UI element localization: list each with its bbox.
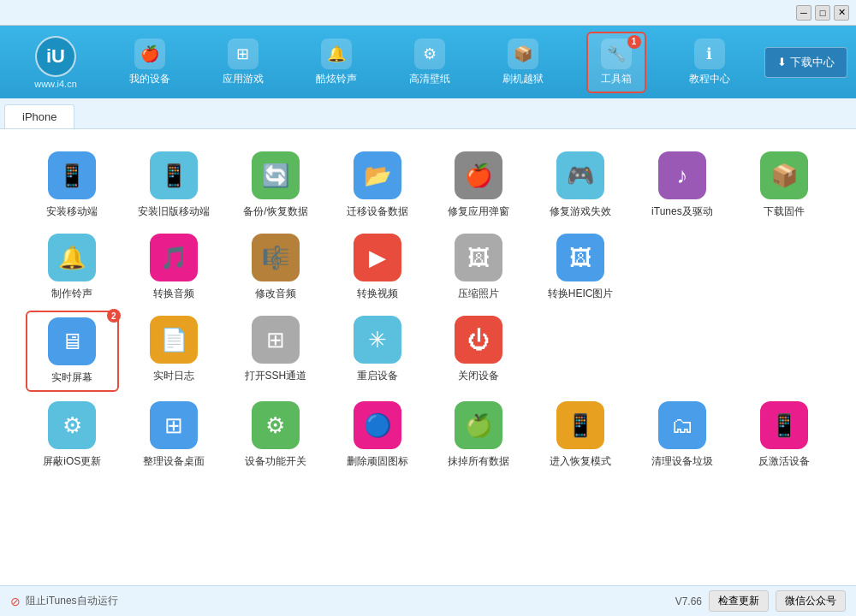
open-ssh-label: 打开SSH通道	[245, 369, 307, 383]
tool-compress-photo[interactable]: 🖼压缩照片	[432, 228, 526, 306]
wallpaper-nav-icon: ⚙	[414, 38, 445, 69]
modify-audio-label: 修改音频	[255, 287, 296, 301]
realtime-screen-label: 实时屏幕	[51, 370, 92, 385]
install-old-label: 安装旧版移动端	[138, 204, 210, 219]
deactivate-device-label: 反激活设备	[758, 454, 810, 469]
iphone-tab[interactable]: iPhone	[4, 104, 74, 128]
check-update-button[interactable]: 检查更新	[709, 590, 769, 612]
tool-shutdown-device[interactable]: ⏻关闭设备	[432, 311, 526, 392]
tool-migrate-data[interactable]: 📂迁移设备数据	[330, 146, 424, 224]
organize-desktop-icon: ⊞	[150, 401, 198, 449]
tool-delete-stubborn-icon[interactable]: 🔵删除顽固图标	[330, 396, 424, 474]
fix-app-crash-icon: 🍎	[455, 151, 502, 199]
backup-restore-label: 备份/恢复数据	[243, 204, 307, 219]
restart-device-icon: ✳	[354, 316, 401, 364]
make-ringtone-icon: 🔔	[48, 234, 96, 281]
realtime-log-icon: 📄	[150, 316, 198, 364]
nav-label-ringtone: 酷炫铃声	[316, 72, 357, 86]
nav-item-flash[interactable]: 📦刷机越狱	[493, 33, 553, 92]
tool-convert-audio[interactable]: 🎵转换音频	[128, 228, 221, 306]
realtime-log-label: 实时日志	[153, 369, 194, 383]
erase-all-data-icon: 🍏	[455, 401, 502, 449]
tool-organize-desktop[interactable]: ⊞整理设备桌面	[128, 396, 221, 474]
tools-row-3: 2🖥实时屏幕📄实时日志⊞打开SSH通道✳重启设备⏻关闭设备	[26, 311, 830, 392]
nav-items: 🍎我的设备⊞应用游戏🔔酷炫铃声⚙高清壁纸📦刷机越狱🔧工具箱1ℹ教程中心	[103, 32, 756, 93]
tool-deactivate-device[interactable]: 📱反激活设备	[737, 396, 830, 474]
tool-realtime-log[interactable]: 📄实时日志	[128, 311, 221, 392]
itunes-driver-label: iTunes及驱动	[651, 204, 713, 219]
logo-url: www.i4.cn	[34, 79, 77, 89]
make-ringtone-label: 制作铃声	[51, 287, 92, 301]
wechat-button[interactable]: 微信公众号	[776, 590, 846, 612]
app-game-nav-icon: ⊞	[228, 38, 259, 69]
tool-fix-app-crash[interactable]: 🍎修复应用弹窗	[432, 146, 526, 224]
tool-open-ssh[interactable]: ⊞打开SSH通道	[229, 311, 323, 392]
tool-restart-device[interactable]: ✳重启设备	[330, 311, 424, 392]
nav-item-app-game[interactable]: ⊞应用游戏	[213, 33, 273, 92]
tabbar: iPhone	[0, 98, 856, 129]
tool-erase-all-data[interactable]: 🍏抹掉所有数据	[432, 396, 526, 474]
nav-item-wallpaper[interactable]: ⚙高清壁纸	[400, 33, 460, 92]
tool-modify-audio[interactable]: 🎼修改音频	[229, 228, 323, 306]
ringtone-nav-icon: 🔔	[321, 38, 352, 69]
fix-app-crash-label: 修复应用弹窗	[448, 204, 509, 219]
convert-video-icon: ▶	[354, 234, 401, 281]
compress-photo-icon: 🖼	[455, 234, 502, 281]
maximize-button[interactable]: □	[815, 5, 830, 21]
itunes-driver-icon: ♪	[658, 151, 706, 199]
tool-fix-game[interactable]: 🎮修复游戏失效	[534, 146, 627, 224]
tool-itunes-driver[interactable]: ♪iTunes及驱动	[636, 146, 729, 224]
tool-badge-realtime-screen: 2	[107, 309, 121, 323]
tool-install-mobile[interactable]: 📱安装移动端	[26, 146, 119, 224]
tool-block-ios-update[interactable]: ⚙屏蔽iOS更新	[26, 396, 119, 474]
download-icon: ⬇	[777, 56, 787, 68]
compress-photo-label: 压缩照片	[458, 287, 499, 301]
restart-device-label: 重启设备	[357, 369, 398, 383]
logo-area: iU www.i4.cn	[9, 36, 103, 89]
tool-device-features[interactable]: ⚙设备功能开关	[229, 396, 323, 474]
shutdown-device-label: 关闭设备	[458, 369, 499, 383]
convert-heic-icon: 🖼	[556, 234, 604, 281]
migrate-data-label: 迁移设备数据	[347, 204, 408, 219]
nav-item-toolbox[interactable]: 🔧工具箱1	[586, 32, 646, 93]
nav-label-toolbox: 工具箱	[601, 72, 632, 86]
tutorial-nav-icon: ℹ	[694, 38, 725, 69]
minimize-button[interactable]: ─	[796, 5, 811, 21]
block-ios-update-icon: ⚙	[48, 401, 96, 449]
fix-game-label: 修复游戏失效	[550, 204, 611, 219]
close-button[interactable]: ✕	[834, 5, 849, 21]
logo-icon: iU	[35, 36, 76, 77]
tool-convert-video[interactable]: ▶转换视频	[330, 228, 424, 306]
download-center-button[interactable]: ⬇ 下载中心	[764, 47, 847, 78]
device-features-label: 设备功能开关	[245, 454, 306, 469]
tool-clean-junk[interactable]: 🗂清理设备垃圾	[636, 396, 729, 474]
tool-download-firmware[interactable]: 📦下载固件	[737, 146, 830, 224]
delete-stubborn-icon-label: 删除顽固图标	[347, 454, 408, 469]
download-firmware-label: 下载固件	[764, 204, 805, 219]
tool-enter-recovery[interactable]: 📱进入恢复模式	[534, 396, 627, 474]
enter-recovery-label: 进入恢复模式	[550, 454, 611, 469]
nav-label-flash: 刷机越狱	[502, 72, 544, 86]
device-features-icon: ⚙	[252, 401, 300, 449]
clean-junk-label: 清理设备垃圾	[651, 454, 713, 469]
tool-realtime-screen[interactable]: 2🖥实时屏幕	[26, 311, 119, 392]
nav-label-my-device: 我的设备	[129, 72, 170, 86]
main-content: 📱安装移动端📱安装旧版移动端🔄备份/恢复数据📂迁移设备数据🍎修复应用弹窗🎮修复游…	[0, 129, 856, 585]
tool-make-ringtone[interactable]: 🔔制作铃声	[26, 228, 119, 306]
nav-label-tutorial: 教程中心	[689, 72, 730, 86]
nav-item-ringtone[interactable]: 🔔酷炫铃声	[306, 33, 366, 92]
deactivate-device-icon: 📱	[760, 401, 808, 449]
tool-backup-restore[interactable]: 🔄备份/恢复数据	[229, 146, 323, 224]
tool-install-old[interactable]: 📱安装旧版移动端	[128, 146, 221, 224]
nav-item-my-device[interactable]: 🍎我的设备	[120, 33, 180, 92]
modify-audio-icon: 🎼	[252, 234, 300, 281]
tool-convert-heic[interactable]: 🖼转换HEIC图片	[534, 228, 627, 306]
install-mobile-label: 安装移动端	[46, 204, 98, 219]
convert-video-label: 转换视频	[357, 287, 398, 301]
titlebar: ─ □ ✕	[0, 0, 856, 26]
nav-item-tutorial[interactable]: ℹ教程中心	[680, 33, 740, 92]
convert-audio-label: 转换音频	[153, 287, 194, 301]
convert-audio-icon: 🎵	[150, 234, 198, 281]
header: iU www.i4.cn 🍎我的设备⊞应用游戏🔔酷炫铃声⚙高清壁纸📦刷机越狱🔧工…	[0, 26, 856, 98]
download-firmware-icon: 📦	[760, 151, 808, 199]
